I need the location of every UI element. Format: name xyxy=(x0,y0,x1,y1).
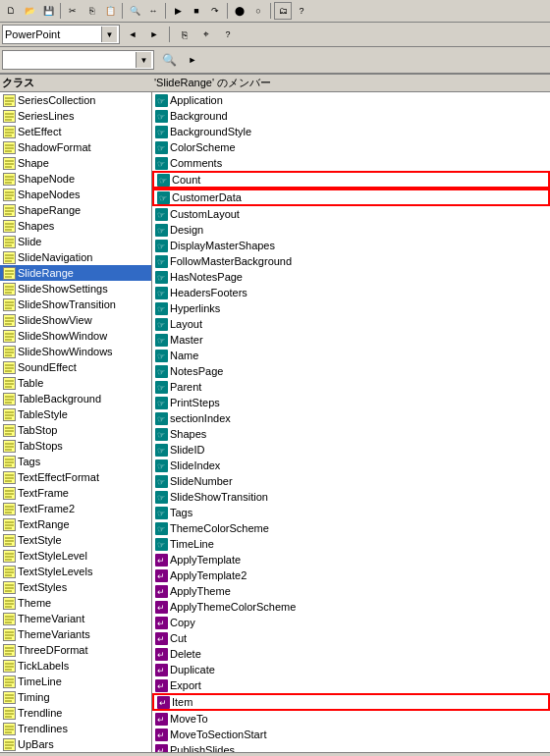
nav-back-icon[interactable]: ◄ xyxy=(124,26,141,43)
save-icon[interactable]: 💾 xyxy=(39,2,57,20)
replace-icon[interactable]: ↔ xyxy=(144,2,162,20)
breakpoint-icon[interactable]: ⬤ xyxy=(231,2,248,20)
right-list-item[interactable]: ↵ApplyThemeColorScheme xyxy=(152,599,550,615)
left-list-item[interactable]: SlideShowWindows xyxy=(0,344,151,359)
left-list-item[interactable]: Table xyxy=(0,375,151,391)
copy-member-icon[interactable]: ⎘ xyxy=(176,26,193,43)
right-list-item[interactable]: ↵Export xyxy=(152,677,550,693)
left-list-item[interactable]: Theme xyxy=(0,595,151,611)
right-list-item[interactable]: ☞Comments xyxy=(152,155,550,171)
left-list-item[interactable]: SetEffect xyxy=(0,124,151,139)
right-list-item[interactable]: ☞CustomLayout xyxy=(152,206,550,222)
left-list-item[interactable]: SlideShowSettings xyxy=(0,281,151,297)
left-list-item[interactable]: SlideShowTransition xyxy=(0,297,151,312)
left-list-item[interactable]: SlideNavigation xyxy=(0,249,151,265)
search-combo[interactable]: ▼ xyxy=(2,50,154,70)
left-list-item[interactable]: Shape xyxy=(0,155,151,171)
left-list-item[interactable]: Tags xyxy=(0,454,151,469)
left-list-item[interactable]: TextStyleLevels xyxy=(0,564,151,579)
left-list-item[interactable]: TextStyle xyxy=(0,532,151,548)
right-list-item[interactable]: ☞Shapes xyxy=(152,426,550,442)
find-icon[interactable]: 🔍 xyxy=(126,2,143,20)
app-selector-arrow[interactable]: ▼ xyxy=(101,27,117,42)
left-list-item[interactable]: Timing xyxy=(0,689,151,705)
left-list-item[interactable]: SeriesCollection xyxy=(0,92,151,108)
nav-fwd-icon[interactable]: ► xyxy=(145,26,163,43)
paste-icon[interactable]: 📋 xyxy=(101,2,119,20)
left-list-item[interactable]: SeriesLines xyxy=(0,108,151,124)
left-list-item[interactable]: ThreeDFormat xyxy=(0,642,151,658)
right-list-item[interactable]: ↵Item xyxy=(152,693,550,711)
left-list-item[interactable]: TimeLine xyxy=(0,674,151,689)
right-list-item[interactable]: ☞Layout xyxy=(152,316,550,332)
right-list-item[interactable]: ☞FollowMasterBackground xyxy=(152,253,550,269)
right-list-item[interactable]: ☞HasNotesPage xyxy=(152,269,550,285)
step-icon[interactable]: ↷ xyxy=(206,2,224,20)
right-list-item[interactable]: ☞ThemeColorScheme xyxy=(152,520,550,536)
right-list-item[interactable]: ☞SlideID xyxy=(152,442,550,458)
new-icon[interactable]: 🗋 xyxy=(2,2,20,20)
right-list-item[interactable]: ☞Hyperlinks xyxy=(152,300,550,316)
left-list-item[interactable]: Trendlines xyxy=(0,721,151,736)
search-nav-fwd[interactable]: ► xyxy=(184,51,201,69)
right-list-item[interactable]: ☞Count xyxy=(152,171,550,189)
right-list-item[interactable]: ☞DisplayMasterShapes xyxy=(152,238,550,253)
left-list-item[interactable]: UpBars xyxy=(0,736,151,752)
right-list-item[interactable]: ↵ApplyTemplate2 xyxy=(152,567,550,583)
help2-icon[interactable]: ? xyxy=(219,26,237,43)
left-list-item[interactable]: ShapeRange xyxy=(0,202,151,218)
right-list-item[interactable]: ☞BackgroundStyle xyxy=(152,124,550,139)
right-list-item[interactable]: ☞Application xyxy=(152,92,550,108)
right-list-item[interactable]: ↵PublishSlides xyxy=(152,742,550,752)
right-list-item[interactable]: ☞Design xyxy=(152,222,550,238)
left-list-item[interactable]: ThemeVariant xyxy=(0,611,151,626)
left-list-item[interactable]: TextEffectFormat xyxy=(0,469,151,485)
right-list-item[interactable]: ☞Parent xyxy=(152,379,550,395)
right-list-item[interactable]: ☞Master xyxy=(152,332,550,348)
help-icon[interactable]: ? xyxy=(293,2,310,20)
right-list[interactable]: ☞Application☞Background☞BackgroundStyle☞… xyxy=(152,92,550,752)
view-def-icon[interactable]: ⌖ xyxy=(197,26,215,43)
left-list[interactable]: SeriesCollectionSeriesLinesSetEffectShad… xyxy=(0,92,152,752)
left-list-item[interactable]: TextRange xyxy=(0,516,151,532)
left-list-item[interactable]: SlideShowView xyxy=(0,312,151,328)
clear-bp-icon[interactable]: ○ xyxy=(249,2,267,20)
right-list-item[interactable]: ☞PrintSteps xyxy=(152,395,550,410)
search-arrow[interactable]: ▼ xyxy=(136,52,151,68)
left-list-item[interactable]: SlideShowWindow xyxy=(0,328,151,344)
right-list-item[interactable]: ↵MoveTo xyxy=(152,711,550,727)
open-icon[interactable]: 📂 xyxy=(21,2,38,20)
right-list-item[interactable]: ☞SlideShowTransition xyxy=(152,489,550,505)
left-list-item[interactable]: TextFrame2 xyxy=(0,501,151,516)
left-list-item[interactable]: ShapeNode xyxy=(0,171,151,187)
right-list-item[interactable]: ↵MoveToSectionStart xyxy=(152,727,550,742)
app-selector[interactable]: PowerPoint ▼ xyxy=(2,25,120,44)
left-list-item[interactable]: ShapeNodes xyxy=(0,187,151,202)
right-list-item[interactable]: ↵Duplicate xyxy=(152,662,550,677)
run-icon[interactable]: ▶ xyxy=(169,2,187,20)
right-list-item[interactable]: ☞SlideNumber xyxy=(152,473,550,489)
left-list-item[interactable]: TextStyleLevel xyxy=(0,548,151,564)
left-list-item[interactable]: Shapes xyxy=(0,218,151,234)
left-list-item[interactable]: TableStyle xyxy=(0,406,151,422)
left-list-item[interactable]: SlideRange xyxy=(0,265,151,281)
right-list-item[interactable]: ☞NotesPage xyxy=(152,363,550,379)
right-list-item[interactable]: ↵ApplyTheme xyxy=(152,583,550,599)
search-btn[interactable]: 🔍 xyxy=(158,49,180,71)
left-list-item[interactable]: TableBackground xyxy=(0,391,151,406)
right-list-item[interactable]: ☞Name xyxy=(152,348,550,363)
right-list-item[interactable]: ↵Cut xyxy=(152,630,550,646)
objectbrowser-icon[interactable]: 🗂 xyxy=(274,2,292,20)
right-list-item[interactable]: ☞SlideIndex xyxy=(152,458,550,473)
right-list-item[interactable]: ☞CustomerData xyxy=(152,189,550,206)
right-list-item[interactable]: ☞HeadersFooters xyxy=(152,285,550,300)
right-list-item[interactable]: ☞ColorScheme xyxy=(152,139,550,155)
cut-icon[interactable]: ✂ xyxy=(64,2,82,20)
left-list-item[interactable]: ThemeVariants xyxy=(0,626,151,642)
left-list-item[interactable]: TextFrame xyxy=(0,485,151,501)
right-list-item[interactable]: ☞Background xyxy=(152,108,550,124)
left-list-item[interactable]: TabStops xyxy=(0,438,151,454)
right-list-item[interactable]: ↵Delete xyxy=(152,646,550,662)
right-list-item[interactable]: ☞Tags xyxy=(152,505,550,520)
copy-icon[interactable]: ⎘ xyxy=(82,2,100,20)
